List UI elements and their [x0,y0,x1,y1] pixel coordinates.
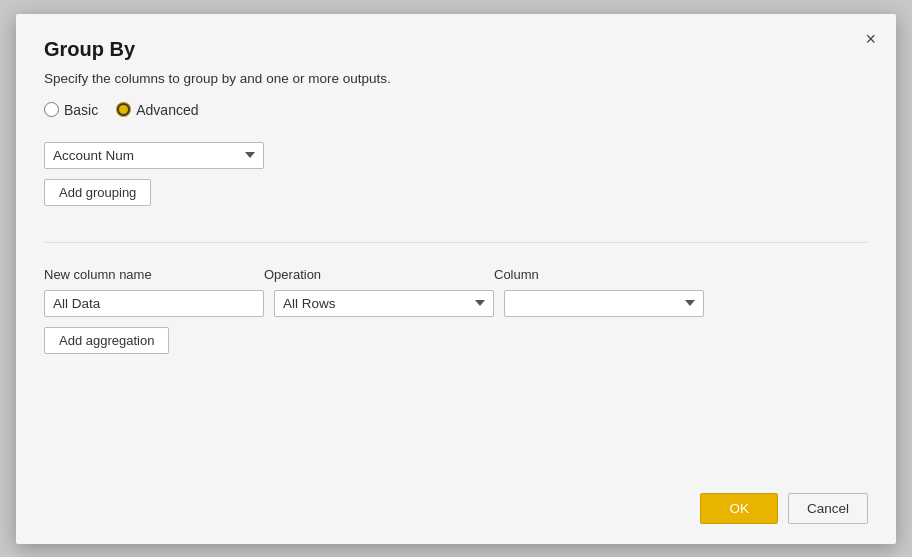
dialog-subtitle: Specify the columns to group by and one … [44,71,868,86]
column-label: Column [494,267,704,282]
grouping-section: Account Num Account Region Date Add grou… [44,142,868,206]
divider [44,242,868,243]
operation-label: Operation [264,267,494,282]
agg-labels-row: New column name Operation Column [44,267,868,282]
radio-basic-label: Basic [64,102,98,118]
radio-basic-input[interactable] [44,102,59,117]
add-aggregation-button[interactable]: Add aggregation [44,327,169,354]
new-column-input[interactable] [44,290,264,317]
agg-inputs-row: All Rows Sum Average Min Max Count [44,290,868,317]
operation-dropdown[interactable]: All Rows Sum Average Min Max Count [274,290,494,317]
radio-advanced[interactable]: Advanced [116,102,198,118]
account-dropdown[interactable]: Account Num Account Region Date [44,142,264,169]
column-dropdown[interactable] [504,290,704,317]
radio-advanced-label: Advanced [136,102,198,118]
new-column-label: New column name [44,267,264,282]
group-by-dialog: × Group By Specify the columns to group … [16,14,896,544]
radio-basic[interactable]: Basic [44,102,98,118]
cancel-button[interactable]: Cancel [788,493,868,524]
footer: OK Cancel [700,493,868,524]
radio-advanced-input[interactable] [116,102,131,117]
account-row: Account Num Account Region Date [44,142,868,169]
close-button[interactable]: × [859,26,882,52]
dialog-title: Group By [44,38,868,61]
add-grouping-button[interactable]: Add grouping [44,179,151,206]
ok-button[interactable]: OK [700,493,778,524]
radio-group: Basic Advanced [44,102,868,118]
aggregation-section: New column name Operation Column All Row… [44,267,868,354]
